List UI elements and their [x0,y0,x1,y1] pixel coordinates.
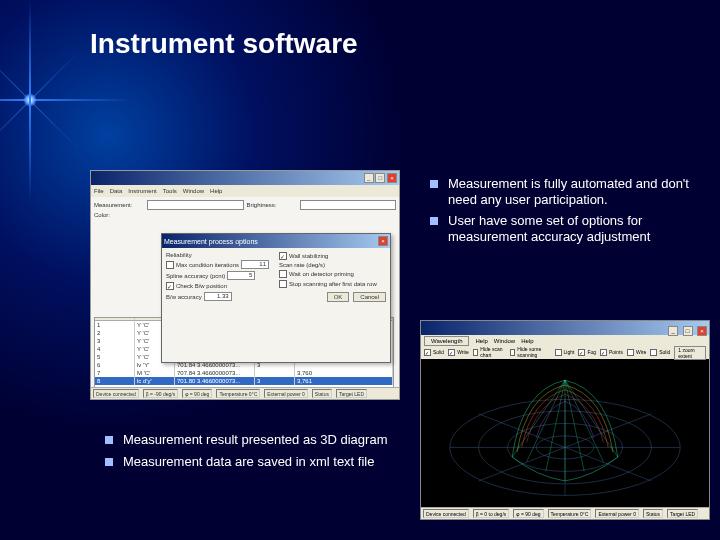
checkbox[interactable] [510,349,516,356]
bullet-icon [105,436,113,444]
cancel-button[interactable]: Cancel [353,292,386,302]
ok-button[interactable]: OK [327,292,350,302]
close-icon[interactable]: × [378,236,388,246]
checkbox[interactable]: ✓ [600,349,607,356]
statusbar: Device connected β = -90 deg/s φ = 90 de… [91,387,399,399]
checkbox[interactable] [650,349,657,356]
bullets-left: Measurement result presented as 3D diagr… [105,432,405,475]
bullets-right: Measurement is fully automated and don't… [430,176,710,250]
menu-item[interactable]: Instrument [128,188,156,194]
minimize-icon[interactable]: _ [364,173,374,183]
checkbox[interactable]: ✓ [424,349,431,356]
checkbox[interactable] [166,261,174,269]
statusbar: Device connected β = 0 to deg/s φ = 90 d… [421,507,709,519]
maximize-icon[interactable]: □ [375,173,385,183]
svg-line-14 [565,380,618,457]
checkbox[interactable] [473,349,479,356]
process-options-dialog: Measurement process options × Reliabilit… [161,233,391,363]
bullet-icon [430,217,438,225]
checkbox[interactable]: ✓ [279,252,287,260]
field-label: Measurement: [94,202,144,208]
bullet-icon [105,458,113,466]
close-icon[interactable]: × [697,326,707,336]
wavelength-button[interactable]: Wavelength [424,336,469,346]
measurement-field[interactable] [147,200,244,210]
checkbox[interactable] [279,280,287,288]
menu-item[interactable]: Help [210,188,222,194]
field-label: Color: [94,212,144,218]
menu-item[interactable]: Data [110,188,123,194]
maximize-icon[interactable]: □ [683,326,693,336]
table-row[interactable]: 8lc d'y'701.80 3.4660000073...33,761 [95,377,393,385]
menu-item[interactable]: File [94,188,104,194]
checkbox[interactable] [555,349,562,356]
menubar: Wavelength Help Window Help [421,335,709,347]
field-label: Brightness: [247,202,297,208]
screenshot-3d-window: _ □ × Wavelength Help Window Help ✓Solid… [420,320,710,520]
bullet-icon [430,180,438,188]
checkbox[interactable]: ✓ [578,349,585,356]
close-icon[interactable]: × [387,173,397,183]
svg-line-10 [546,380,565,471]
iterations-field[interactable]: 11 [241,260,269,269]
spline-field[interactable]: 5 [227,271,255,280]
svg-line-8 [512,380,565,457]
3d-plot[interactable] [425,361,705,505]
minimize-icon[interactable]: _ [668,326,678,336]
brightness-field[interactable] [300,200,397,210]
menubar: File Data Instrument Tools Window Help [91,185,399,197]
checkbox[interactable]: ✓ [448,349,455,356]
titlebar: _ □ × [91,171,399,185]
slide-title: Instrument software [90,28,358,60]
menu-item[interactable]: Tools [163,188,177,194]
menu-item[interactable]: Window [183,188,204,194]
group-label: Reliability [166,252,273,258]
checkbox[interactable] [627,349,634,356]
bw-accuracy-field[interactable]: 1.33 [204,292,232,301]
zoom-extent-button[interactable]: 1 zoom extent [674,346,706,360]
window-buttons: _ □ × [364,173,397,183]
table-row[interactable]: 7M 'C'707.84 3.4660000073...3,760 [95,369,393,377]
svg-line-12 [565,380,584,471]
checkbox[interactable] [279,270,287,278]
checkbox[interactable]: ✓ [166,282,174,290]
plot-options: ✓Solid ✓Write Hide scan chart Hide some … [421,347,709,359]
screenshot-data-window: _ □ × File Data Instrument Tools Window … [90,170,400,400]
dialog-title: Measurement process options [164,238,258,245]
